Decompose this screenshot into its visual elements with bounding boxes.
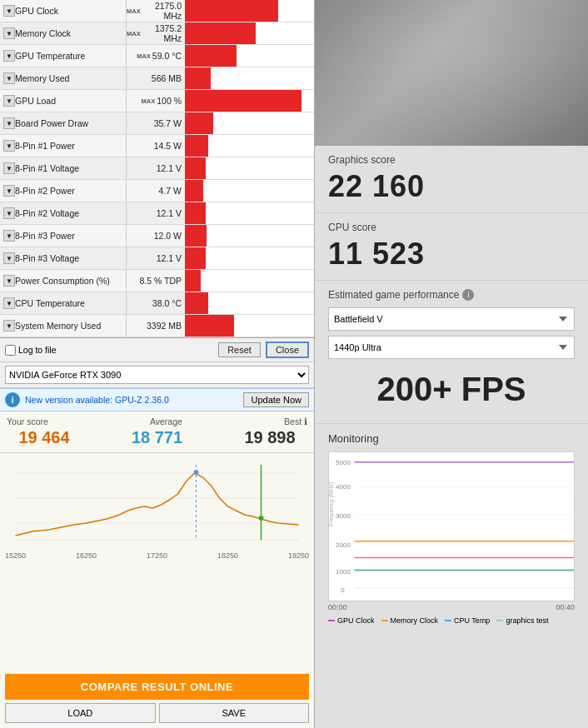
save-button[interactable]: SAVE xyxy=(159,703,310,723)
dropdown-arrow[interactable]: ▼ xyxy=(3,230,15,242)
svg-point-7 xyxy=(259,516,264,521)
chart-x-label: 17250 xyxy=(147,551,167,560)
graph-bar xyxy=(185,45,237,67)
dropdown-arrow[interactable]: ▼ xyxy=(3,27,15,39)
reset-button[interactable]: Reset xyxy=(218,342,261,357)
dropdown-arrow[interactable]: ▼ xyxy=(3,297,15,309)
close-button[interactable]: Close xyxy=(266,342,309,358)
cpu-score-value: 11 523 xyxy=(328,237,575,272)
value-text: 12.0 W xyxy=(154,231,182,241)
monitor-row: ▼ Board Power Draw 35.7 W xyxy=(0,112,314,135)
compare-online-button[interactable]: COMPARE RESULT ONLINE xyxy=(5,674,309,700)
game-select[interactable]: Battlefield VCyberpunk 2077Call of DutyF… xyxy=(328,307,575,331)
monitor-row: ▼ Memory Used 566 MB xyxy=(0,67,314,90)
monitor-row: ▼ 8-Pin #3 Power 12.0 W xyxy=(0,225,314,247)
monitor-row: ▼ 8-Pin #1 Power 14.5 W xyxy=(0,135,314,157)
row-value: 12.0 W xyxy=(127,231,185,241)
graphics-score-card: Graphics score 22 160 xyxy=(315,146,588,213)
value-text: 566 MB xyxy=(152,73,182,83)
monitoring-label: Monitoring xyxy=(328,432,575,445)
row-value: 38.0 °C xyxy=(127,298,185,308)
your-score-label: Your score xyxy=(7,416,48,426)
label-text: 8-Pin #3 Power xyxy=(15,231,126,241)
row-value: 14.5 W xyxy=(127,141,185,151)
your-score-col: 19 464 xyxy=(7,428,82,447)
monitor-table: ▼ GPU Clock MAX 2175.0 MHz ▼ Memory Cloc… xyxy=(0,0,314,338)
row-graph xyxy=(185,247,314,269)
svg-text:2000: 2000 xyxy=(336,541,351,549)
score-labels: Your score Average Best ℹ xyxy=(7,416,307,426)
dropdown-arrow[interactable]: ▼ xyxy=(3,252,15,264)
row-label: ▼ CPU Temperature xyxy=(0,292,127,314)
row-label: ▼ GPU Clock xyxy=(0,0,127,22)
legend-item: graphics test xyxy=(496,616,548,625)
left-panel: ▼ GPU Clock MAX 2175.0 MHz ▼ Memory Cloc… xyxy=(0,0,315,728)
dropdown-arrow[interactable]: ▼ xyxy=(3,320,15,332)
row-value: MAX 2175.0 MHz xyxy=(127,1,185,21)
chart-area: 1525016250172501825019250 xyxy=(0,453,314,669)
row-graph xyxy=(185,45,314,67)
row-label: ▼ 8-Pin #2 Voltage xyxy=(0,202,127,224)
dropdown-arrow[interactable]: ▼ xyxy=(3,207,15,219)
label-text: 8-Pin #2 Voltage xyxy=(15,208,126,218)
value-text: 38.0 °C xyxy=(152,298,182,308)
avg-score-label: Average xyxy=(150,416,182,426)
svg-text:3000: 3000 xyxy=(336,512,351,520)
dropdown-arrow[interactable]: ▼ xyxy=(3,140,15,152)
graph-bar xyxy=(185,135,208,157)
quality-select[interactable]: 1440p Ultra1080p Ultra4K Ultra1440p High xyxy=(328,336,575,359)
dropdown-arrow[interactable]: ▼ xyxy=(3,95,15,107)
dropdown-arrow[interactable]: ▼ xyxy=(3,72,15,84)
row-value: 3392 MB xyxy=(127,321,185,331)
update-text: New version available: GPU-Z 2.36.0 xyxy=(25,395,238,405)
graph-bar xyxy=(185,112,213,134)
cpu-score-label: CPU score xyxy=(328,222,575,233)
game-perf-card: Estimated game performance i Battlefield… xyxy=(315,281,588,424)
row-graph xyxy=(185,225,314,247)
score-chart xyxy=(5,456,309,548)
legend-label: graphics test xyxy=(506,616,548,625)
log-label: Log to file xyxy=(18,345,57,355)
best-score-col: 19 898 xyxy=(232,428,307,447)
chart-x-label: 15250 xyxy=(5,551,26,560)
row-label: ▼ System Memory Used xyxy=(0,315,127,337)
row-label: ▼ 8-Pin #3 Power xyxy=(0,225,127,247)
value-text: 14.5 W xyxy=(154,141,182,151)
dropdown-arrow[interactable]: ▼ xyxy=(3,117,15,129)
label-text: 8-Pin #3 Voltage xyxy=(15,253,126,263)
row-value: 12.1 V xyxy=(127,163,185,173)
label-text: Memory Used xyxy=(15,73,126,83)
row-value: MAX 59.0 °C xyxy=(127,51,185,61)
value-text: 1375.2 MHz xyxy=(142,23,182,43)
row-label: ▼ GPU Load xyxy=(0,90,127,112)
dropdown-arrow[interactable]: ▼ xyxy=(3,5,15,17)
monitor-row: ▼ System Memory Used 3392 MB xyxy=(0,315,314,337)
avg-score-value: 18 771 xyxy=(120,428,195,447)
graph-bar xyxy=(185,90,301,112)
value-text: 4.7 W xyxy=(159,186,182,196)
legend-label: Memory Clock xyxy=(391,616,439,625)
mon-x-labels: 00:0000:40 xyxy=(328,601,575,613)
dropdown-arrow[interactable]: ▼ xyxy=(3,50,15,62)
avg-score-col: 18 771 xyxy=(120,428,195,447)
legend-dot xyxy=(328,620,335,621)
dropdown-arrow[interactable]: ▼ xyxy=(3,185,15,197)
row-graph xyxy=(185,180,314,202)
gpu-select[interactable]: NVIDIA GeForce RTX 3090 xyxy=(5,366,309,384)
best-label-text: Best xyxy=(284,416,301,426)
dropdown-arrow[interactable]: ▼ xyxy=(3,275,15,287)
load-button[interactable]: LOAD xyxy=(5,703,156,723)
update-now-button[interactable]: Update Now xyxy=(243,392,309,407)
dropdown-arrow[interactable]: ▼ xyxy=(3,162,15,174)
log-to-file-checkbox[interactable]: Log to file xyxy=(5,345,57,356)
row-graph xyxy=(185,157,314,179)
graph-bar xyxy=(185,157,206,179)
value-text: 3392 MB xyxy=(147,321,182,331)
row-graph xyxy=(185,0,314,22)
monitor-row: ▼ Power Consumption (%) 8.5 % TDP xyxy=(0,270,314,292)
monitor-row: ▼ CPU Temperature 38.0 °C xyxy=(0,292,314,315)
label-text: GPU Temperature xyxy=(15,51,126,61)
row-label: ▼ GPU Temperature xyxy=(0,45,127,67)
row-graph xyxy=(185,67,314,89)
value-text: 59.0 °C xyxy=(152,51,182,61)
